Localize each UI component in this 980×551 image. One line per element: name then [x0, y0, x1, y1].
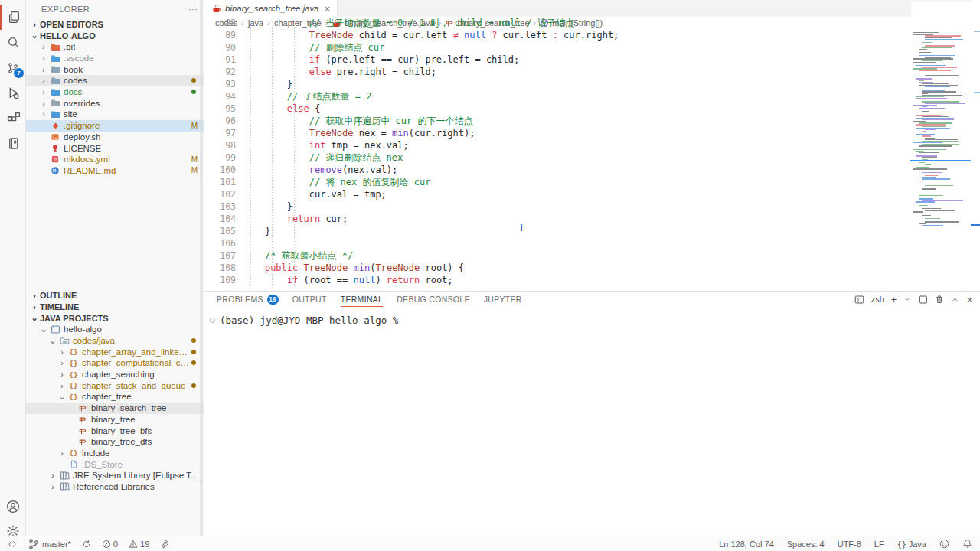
tree-item-license[interactable]: LICENSE [26, 142, 204, 154]
workspace-root-header[interactable]: ⌄ HELLO-ALGO [26, 30, 204, 41]
terminal-content[interactable]: (base) jyd@JYD-MBP hello-algo % [217, 315, 398, 326]
tab-binary-search-tree-java[interactable]: binary_search_tree.java × [204, 0, 338, 17]
tree-item-chapter-array-and-linkedlist[interactable]: ›{}chapter_array_and_linkedlist [26, 346, 204, 357]
bell-icon [962, 539, 972, 549]
activity-bar-item-search[interactable] [0, 30, 26, 55]
panel-tab-jupyter[interactable]: JUPYTER [484, 292, 522, 307]
code-text: // 删除结点 cur [236, 41, 384, 54]
activity-bar-item-explorer[interactable] [0, 5, 26, 30]
chevron-up-icon[interactable] [951, 295, 959, 304]
close-icon[interactable]: × [325, 3, 331, 15]
split-icon[interactable] [918, 295, 928, 305]
panel-tab-output[interactable]: OUTPUT [292, 292, 327, 307]
status-feedback[interactable] [938, 539, 951, 549]
tree-item-binary-search-tree[interactable]: binary_search_tree [26, 403, 204, 414]
code-editor[interactable]: 88 // 当子结点数量 = 0 / 1 时， child = null / 该… [204, 17, 980, 286]
open-editors-header[interactable]: › OPEN EDITORS [26, 18, 204, 30]
tree-item-codes[interactable]: ›codes [26, 75, 204, 86]
activity-bar-item-run-debug[interactable] [0, 80, 26, 106]
tree-item-deploy-sh[interactable]: deploy.sh [26, 132, 204, 143]
tree-item-jre-system-library-eclipse-temurin-17-17-[interactable]: ›JRE System Library [Eclipse Temurin 17 … [26, 470, 204, 481]
section-label: JAVA PROJECTS [40, 314, 109, 323]
tree-item-docs[interactable]: ›docs [26, 86, 204, 98]
tree-item-binary-tree-bfs[interactable]: binary_tree_bfs [26, 425, 204, 436]
code-text: else { [236, 103, 320, 115]
activity-bar-item-extensions[interactable] [0, 106, 26, 131]
tree-item-binary-tree[interactable]: binary_tree [26, 414, 204, 425]
status-notifications[interactable] [961, 539, 974, 549]
minimap-line [925, 164, 931, 165]
code-text: TreeNode child = cur.left ≠ null ? cur.l… [236, 29, 619, 41]
git-change-dot [191, 383, 196, 388]
tree-item-mkdocs-yml[interactable]: mkdocs.ymlM [26, 154, 204, 165]
tree-item-referenced-libraries[interactable]: ›Referenced Libraries [26, 481, 204, 493]
terminal-prompt: (base) jyd@JYD-MBP hello-algo % [220, 315, 398, 326]
tree-item--gitignore[interactable]: .gitignoreM [26, 120, 204, 132]
tree-item-hello-algo[interactable]: ⌄hello-algo [26, 324, 204, 335]
panel-tab-terminal[interactable]: TERMINAL [341, 292, 384, 307]
remote-icon [8, 540, 17, 549]
folder-icon [49, 54, 61, 64]
tree-item-chapter-searching[interactable]: ›{}chapter_searching [26, 369, 204, 380]
status-encoding[interactable]: UTF-8 [836, 540, 863, 549]
tree-item-book[interactable]: ›book [26, 64, 204, 75]
open-editors-label: OPEN EDITORS [40, 20, 103, 29]
panel-tab-label: JUPYTER [484, 295, 522, 304]
plus-icon[interactable]: + [891, 294, 897, 305]
tree-item-chapter-stack-and-queue[interactable]: ›{}chapter_stack_and_queue [26, 380, 204, 391]
status-cursor-position[interactable]: Ln 128, Col 74 [717, 540, 776, 549]
tree-item-chapter-tree[interactable]: ⌄{}chapter_tree [26, 391, 204, 403]
overview-ruler-mark [971, 224, 980, 226]
status-warnings[interactable]: 19 [127, 540, 151, 549]
tree-item-binary-tree-dfs[interactable]: binary_tree_dfs [26, 436, 204, 448]
tree-item-readme-md[interactable]: README.mdM [26, 165, 204, 177]
chevron-right-icon: › [57, 370, 67, 379]
activity-bar-item-notebook[interactable] [0, 131, 26, 156]
vscode-window: 7 EXPLORER ··· › OPEN EDITORS ⌄ HELLO-AL… [0, 0, 980, 551]
sidebar-more-actions-icon[interactable]: ··· [188, 5, 198, 14]
status-language-mode[interactable]: {}Java [896, 540, 928, 549]
status-remote-indicator[interactable] [6, 540, 18, 549]
panel-tab-debug-console[interactable]: DEBUG CONSOLE [397, 292, 470, 307]
close-icon[interactable]: × [966, 294, 972, 305]
status-errors[interactable]: 0 [100, 540, 119, 549]
tree-item-label: hello-algo [64, 324, 102, 334]
tree-item-overrides[interactable]: ›overrides [26, 97, 204, 109]
minimap-line [919, 152, 939, 153]
tree-item-site[interactable]: ›site [26, 109, 204, 120]
tree-item-codes-java[interactable]: ⌄codes/java [26, 335, 204, 347]
code-line: 92 else pre.right = child; [204, 66, 980, 78]
tree-item-chapter-computational-complexity[interactable]: ›{}chapter_computational_complexity [26, 357, 204, 369]
trash-icon[interactable] [935, 295, 944, 304]
editor-group: binary_search_tree.java × ··· codes›java… [204, 0, 980, 291]
activity-bar-item-account[interactable] [0, 494, 26, 519]
braces-icon: {} [67, 370, 80, 379]
tree-item-include[interactable]: ›{}include [26, 448, 204, 459]
status-bar-right: Ln 128, Col 74Spaces: 4UTF-8LF{}Java [717, 539, 980, 549]
tree-item--vscode[interactable]: ›.vscode [26, 53, 204, 64]
status-indentation[interactable]: Spaces: 4 [786, 540, 826, 549]
overview-ruler-mark [974, 92, 980, 93]
status-sync[interactable] [80, 540, 93, 549]
status-git-branch[interactable]: master* [26, 538, 73, 550]
code-line: 97 TreeNode nex = min(cur.right); [204, 127, 980, 139]
command-decoration-icon [210, 318, 215, 323]
status-java-status[interactable] [158, 540, 171, 549]
minimap[interactable] [911, 2, 971, 291]
panel-tab-problems[interactable]: PROBLEMS19 [217, 292, 279, 307]
line-number: 100 [204, 164, 236, 176]
chevron-right-icon: › [57, 381, 67, 390]
chevron-down-icon: ⌄ [47, 335, 58, 346]
section-header-timeline[interactable]: ›TIMELINE [26, 301, 204, 312]
sidebar-scrollbar[interactable] [200, 0, 203, 536]
status-eol[interactable]: LF [873, 540, 886, 549]
tree-item-label: .git [64, 42, 75, 51]
tree-item--ds-store[interactable]: .DS_Store [26, 458, 204, 470]
section-header-java-projects[interactable]: ⌄JAVA PROJECTS [26, 312, 204, 324]
activity-bar-item-source-control[interactable]: 7 [0, 55, 26, 80]
chevron-down-icon[interactable] [903, 295, 911, 303]
tree-item--git[interactable]: ›.git [26, 41, 204, 53]
terminal-icon[interactable] [854, 295, 864, 305]
section-header-outline[interactable]: ›OUTLINE [26, 289, 204, 301]
line-number: 109 [204, 274, 236, 286]
